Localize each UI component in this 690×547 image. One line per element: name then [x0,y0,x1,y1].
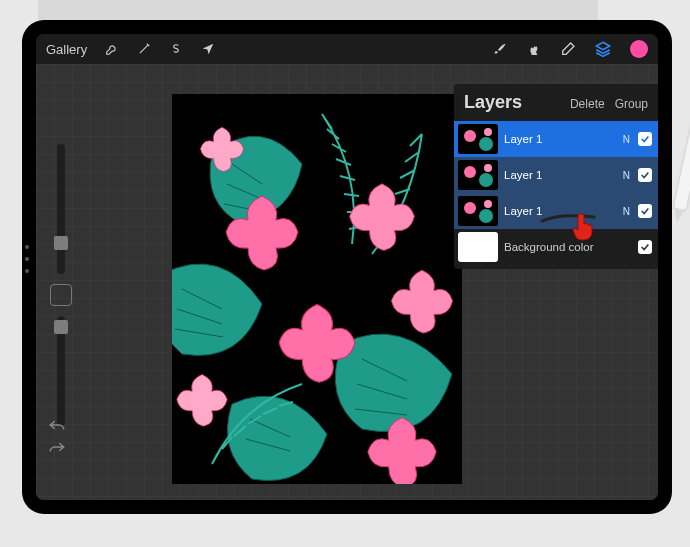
layer-thumbnail-background [458,232,498,262]
color-dot-icon [630,40,648,58]
svg-point-9 [464,130,476,142]
smudge-icon[interactable] [526,41,542,57]
ipad-speaker-dots [25,245,29,273]
brush-size-thumb[interactable] [54,236,68,250]
layers-icon[interactable] [594,40,612,58]
svg-point-14 [479,173,493,187]
modifier-button[interactable] [50,284,72,306]
canvas-artwork[interactable] [172,94,462,484]
layers-group-button[interactable]: Group [615,97,648,111]
svg-point-13 [464,166,476,178]
layer-blend-mode[interactable]: N [623,206,630,217]
gallery-button[interactable]: Gallery [46,42,87,57]
svg-rect-8 [458,124,498,154]
layer-blend-mode[interactable]: N [623,170,630,181]
redo-icon[interactable] [48,440,66,454]
undo-icon[interactable] [48,418,66,432]
side-sliders [50,144,72,426]
layer-row[interactable]: Layer 1 N [454,157,658,193]
layer-blend-mode[interactable]: N [623,134,630,145]
layer-visibility-checkbox[interactable] [638,240,652,254]
layer-thumbnail [458,160,498,190]
layers-panel: Layers Delete Group Layer 1 N Layer 1 [454,84,658,269]
app-screen: Gallery [36,34,658,500]
undo-redo-group [48,418,66,454]
layer-row[interactable]: Layer 1 N [454,193,658,229]
svg-point-18 [479,209,493,223]
svg-point-19 [484,200,492,208]
svg-point-17 [464,202,476,214]
layer-thumbnail [458,196,498,226]
eraser-icon[interactable] [560,41,576,57]
layer-thumbnail [458,124,498,154]
svg-rect-12 [458,160,498,190]
svg-point-11 [484,128,492,136]
layers-header: Layers Delete Group [454,84,658,121]
layer-visibility-checkbox[interactable] [638,204,652,218]
layer-row-background[interactable]: Background color [454,229,658,265]
top-toolbar: Gallery [36,34,658,64]
layer-name: Layer 1 [504,169,617,181]
opacity-slider[interactable] [57,316,65,426]
brush-icon[interactable] [492,41,508,57]
brush-size-slider[interactable] [57,144,65,274]
layer-name: Layer 1 [504,205,617,217]
color-picker-button[interactable] [630,40,648,58]
transform-arrow-icon[interactable] [201,42,215,56]
layer-name: Background color [504,241,632,253]
opacity-thumb[interactable] [54,320,68,334]
layer-visibility-checkbox[interactable] [638,168,652,182]
layer-visibility-checkbox[interactable] [638,132,652,146]
svg-point-15 [484,164,492,172]
ipad-frame: Gallery [22,20,672,514]
layer-row[interactable]: Layer 1 N [454,121,658,157]
tropical-pattern-svg [172,94,462,484]
svg-rect-16 [458,196,498,226]
adjustments-wand-icon[interactable] [137,42,151,56]
selection-s-icon[interactable] [169,42,183,56]
actions-wrench-icon[interactable] [105,42,119,56]
layer-name: Layer 1 [504,133,617,145]
layers-title: Layers [464,92,560,113]
layers-delete-button[interactable]: Delete [570,97,605,111]
svg-point-10 [479,137,493,151]
